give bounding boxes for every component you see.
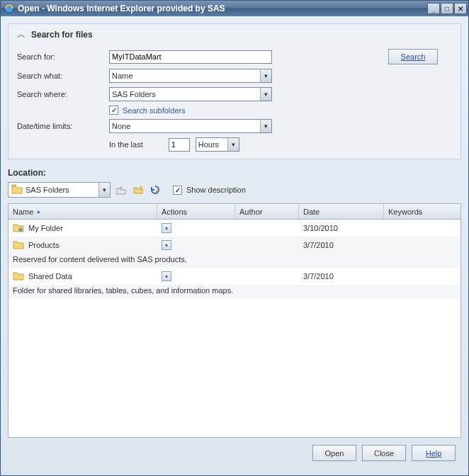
table-row[interactable]: My Folder▾3/10/2010 (9, 220, 460, 237)
in-the-last-unit-value: Hours (196, 140, 227, 149)
chevron-down-icon[interactable] (260, 88, 271, 101)
search-button-label: Search (401, 52, 426, 61)
up-folder-icon[interactable] (115, 183, 128, 196)
row-name: Shared Data (28, 272, 72, 280)
column-header-author[interactable]: Author (235, 204, 299, 219)
search-for-input[interactable] (109, 50, 272, 64)
date-limits-select[interactable]: None (109, 119, 272, 133)
table-body: My Folder▾3/10/2010Products▾3/7/2010Rese… (9, 220, 460, 437)
chevron-down-icon[interactable] (260, 69, 271, 82)
in-the-last-input[interactable] (169, 138, 190, 152)
maximize-button[interactable]: □ (441, 3, 453, 14)
row-actions-menu[interactable]: ▾ (162, 271, 171, 281)
search-for-label: Search for: (17, 52, 109, 61)
new-folder-icon[interactable] (132, 183, 145, 196)
row-date: 3/7/2010 (303, 241, 334, 249)
row-name: Products (28, 241, 59, 249)
in-the-last-unit-select[interactable]: Hours (196, 137, 239, 152)
chevron-down-icon[interactable] (227, 138, 239, 151)
location-label: Location: (8, 168, 461, 178)
search-what-value: Name (110, 72, 260, 80)
date-limits-value: None (110, 122, 260, 130)
search-panel-title: Search for files (31, 30, 93, 40)
search-subfolders-checkbox[interactable]: ✓ (109, 106, 118, 115)
row-description: Folder for shared libraries, tables, cub… (9, 285, 460, 299)
column-header-date[interactable]: Date (299, 204, 384, 219)
search-where-label: Search where: (17, 90, 109, 98)
table-row[interactable]: Shared Data▾3/7/2010 (9, 268, 460, 285)
column-header-keywords[interactable]: Keywords (384, 204, 460, 219)
search-button[interactable]: Search (388, 49, 438, 64)
show-description-checkbox[interactable]: ✓ (173, 186, 182, 195)
chevron-down-icon[interactable] (260, 120, 271, 132)
titlebar: Open - Windows Internet Explorer provide… (1, 1, 468, 16)
column-header-name-label: Name (13, 208, 33, 216)
results-table: Name ▲ Actions Author Date Keywords My F… (8, 203, 461, 438)
chevron-down-icon[interactable] (98, 183, 110, 197)
search-where-select[interactable]: SAS Folders (109, 87, 272, 101)
folder-icon (11, 184, 23, 196)
ie-icon (4, 3, 15, 14)
collapse-icon[interactable]: ︽ (17, 28, 26, 40)
folder-icon (13, 222, 24, 234)
refresh-icon[interactable] (149, 183, 162, 196)
dialog-window: Open - Windows Internet Explorer provide… (0, 0, 469, 476)
close-button[interactable]: Close (362, 445, 406, 461)
search-subfolders-label: Search subfolders (123, 106, 186, 115)
show-description-label: Show description (186, 186, 246, 194)
row-date: 3/7/2010 (303, 272, 334, 280)
in-the-last-label: In the last (109, 140, 143, 149)
table-header-row: Name ▲ Actions Author Date Keywords (9, 204, 460, 220)
search-where-value: SAS Folders (110, 90, 260, 98)
open-button[interactable]: Open (312, 445, 356, 461)
row-name: My Folder (28, 224, 63, 232)
window-title: Open - Windows Internet Explorer provide… (18, 4, 225, 13)
dialog-content: ︽ Search for files Search for: Search Se… (1, 16, 468, 475)
column-header-name[interactable]: Name ▲ (9, 204, 157, 219)
row-actions-menu[interactable]: ▾ (162, 223, 171, 233)
close-window-button[interactable]: ✕ (454, 3, 467, 14)
search-panel: ︽ Search for files Search for: Search Se… (8, 23, 461, 159)
sort-asc-icon: ▲ (35, 208, 41, 215)
location-combo-value: SAS Folders (26, 186, 69, 194)
column-header-actions[interactable]: Actions (157, 204, 235, 219)
row-actions-menu[interactable]: ▾ (162, 240, 171, 250)
search-panel-header[interactable]: ︽ Search for files (17, 28, 452, 45)
row-date: 3/10/2010 (303, 224, 338, 232)
search-what-label: Search what: (17, 72, 109, 80)
minimize-button[interactable]: _ (427, 3, 440, 14)
dialog-footer: Open Close Help (8, 438, 461, 468)
window-controls: _ □ ✕ (427, 3, 467, 14)
help-button[interactable]: Help (412, 445, 456, 461)
search-what-select[interactable]: Name (109, 69, 272, 83)
folder-icon (13, 271, 24, 282)
location-toolbar: SAS Folders ✓ Show description (8, 181, 461, 203)
table-row[interactable]: Products▾3/7/2010 (9, 237, 460, 254)
date-limits-label: Date/time limits: (17, 122, 109, 130)
location-combo[interactable]: SAS Folders (8, 182, 111, 198)
svg-point-1 (140, 186, 142, 189)
row-description: Reserved for content delivered with SAS … (9, 254, 460, 268)
svg-point-3 (20, 227, 21, 229)
folder-icon (13, 239, 24, 251)
